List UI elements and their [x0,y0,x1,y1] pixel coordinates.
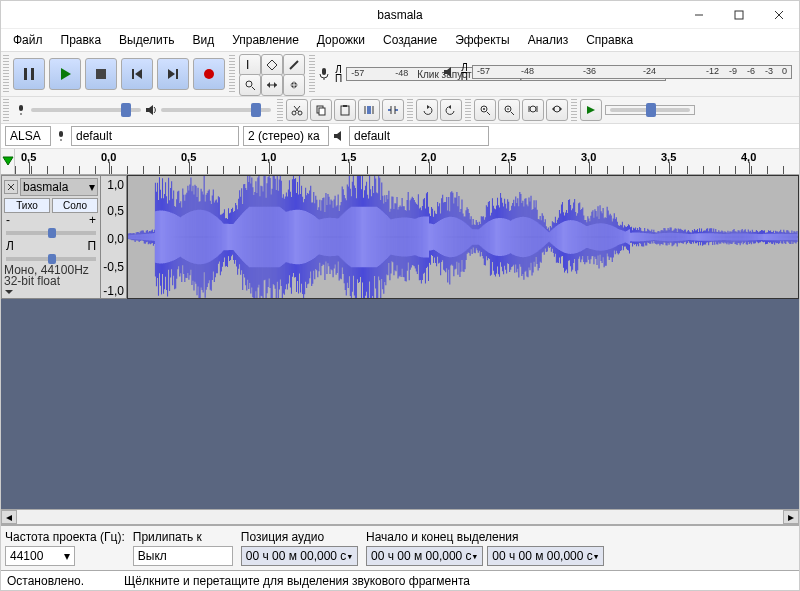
toolbar-grip[interactable] [309,55,315,93]
toolbar-grip[interactable] [277,99,283,121]
track-format-info: Моно, 44100Hz32-bit float [4,265,98,287]
scroll-left-button[interactable]: ◂ [1,510,17,524]
audio-position-field[interactable]: 00 ч 00 м 00,000 с▾ [241,546,358,566]
speaker-icon [443,65,457,79]
multi-tool[interactable] [283,74,305,96]
rec-meter-label: Л П [335,65,342,83]
maximize-button[interactable] [719,1,759,29]
toolbar-grip[interactable] [3,55,9,93]
menu-effect[interactable]: Эффекты [447,31,518,49]
audio-host-combo[interactable]: ALSA [5,126,51,146]
svg-rect-26 [19,105,23,111]
svg-rect-37 [367,106,371,114]
scroll-right-button[interactable]: ▸ [783,510,799,524]
svg-marker-64 [3,157,13,165]
playback-device-combo[interactable]: default [349,126,489,146]
track-pan-slider[interactable] [6,257,96,261]
toolbar-grip[interactable] [3,99,9,121]
svg-line-49 [487,112,490,115]
menu-file[interactable]: Файл [5,31,51,49]
silence-button[interactable] [382,99,404,121]
status-state: Остановлено. [7,574,84,588]
toolbar-grip[interactable] [571,99,577,121]
recording-volume-slider[interactable] [31,108,141,112]
track-control-panel: basmala▾ Тихо Соло -+ ЛП Моно, 44100Hz32… [1,175,101,299]
draw-tool[interactable] [283,54,305,76]
svg-marker-60 [444,67,451,77]
fit-project-button[interactable] [546,99,568,121]
zoom-out-button[interactable] [498,99,520,121]
selection-toolbar: Частота проекта (Гц): 44100▾ Прилипать к… [1,525,799,570]
svg-point-12 [204,69,214,79]
selection-end-field[interactable]: 00 ч 00 м 00,000 с▾ [487,546,604,566]
selection-tool[interactable]: I [239,54,261,76]
toolbar-grip[interactable] [465,99,471,121]
paste-button[interactable] [334,99,356,121]
playback-speed-slider[interactable] [610,108,690,112]
svg-rect-34 [319,108,325,115]
mute-button[interactable]: Тихо [4,198,50,213]
redo-button[interactable] [440,99,462,121]
menu-edit[interactable]: Правка [53,31,110,49]
speaker-icon [145,104,157,116]
svg-rect-1 [735,11,743,19]
collapse-icon[interactable] [4,289,14,295]
mic-icon [15,104,27,116]
menu-help[interactable]: Справка [578,31,641,49]
horizontal-scrollbar[interactable]: ◂ ▸ [1,509,799,525]
zoom-in-button[interactable] [474,99,496,121]
window-title: basmala [377,8,422,22]
svg-point-53 [530,106,536,112]
toolbar-grip[interactable] [407,99,413,121]
playback-volume-slider[interactable] [161,108,271,112]
svg-rect-61 [59,131,63,137]
play-button[interactable] [49,58,81,90]
toolbar-grip[interactable] [229,55,235,93]
menu-view[interactable]: Вид [184,31,222,49]
track-gain-slider[interactable] [6,231,96,235]
undo-button[interactable] [416,99,438,121]
fit-selection-button[interactable] [522,99,544,121]
menu-generate[interactable]: Создание [375,31,445,49]
svg-point-56 [554,106,560,112]
track-close-button[interactable] [4,180,18,194]
copy-button[interactable] [310,99,332,121]
zoom-tool[interactable] [239,74,261,96]
project-rate-combo[interactable]: 44100▾ [5,546,75,566]
playback-meter[interactable]: -57 -48 -36 -24 -12 -9 -6 -3 0 [472,65,792,79]
menu-select[interactable]: Выделить [111,31,182,49]
track-name-dropdown[interactable]: basmala▾ [20,178,98,196]
cut-button[interactable] [286,99,308,121]
svg-marker-59 [587,106,595,114]
skip-start-button[interactable] [121,58,153,90]
timeshift-tool[interactable] [261,74,283,96]
stop-button[interactable] [85,58,117,90]
timeline-cursor-icon [2,156,14,168]
recording-channels-combo[interactable]: 2 (стерео) ка [243,126,329,146]
trim-button[interactable] [358,99,380,121]
selection-start-field[interactable]: 00 ч 00 м 00,000 с▾ [366,546,483,566]
menubar: Файл Правка Выделить Вид Управление Доро… [1,29,799,51]
menu-analyze[interactable]: Анализ [520,31,577,49]
status-bar: Остановлено. Щёлкните и перетащите для в… [1,570,799,590]
minimize-button[interactable] [679,1,719,29]
recording-device-combo[interactable]: default [71,126,239,146]
menu-transport[interactable]: Управление [224,31,307,49]
snap-combo[interactable]: Выкл [133,546,233,566]
svg-marker-67 [5,290,13,294]
play-at-speed-button[interactable] [580,99,602,121]
svg-marker-9 [135,69,142,79]
svg-rect-8 [132,69,134,79]
close-button[interactable] [759,1,799,29]
menu-tracks[interactable]: Дорожки [309,31,373,49]
svg-point-16 [246,81,252,87]
svg-rect-4 [24,68,27,80]
svg-marker-58 [560,107,562,111]
pause-button[interactable] [13,58,45,90]
waveform-display[interactable] [127,175,799,299]
timeline-ruler[interactable]: 0,50,00,51,01,52,02,53,03,54,0 [1,149,799,175]
record-button[interactable] [193,58,225,90]
envelope-tool[interactable] [261,54,283,76]
solo-button[interactable]: Соло [52,198,98,213]
skip-end-button[interactable] [157,58,189,90]
